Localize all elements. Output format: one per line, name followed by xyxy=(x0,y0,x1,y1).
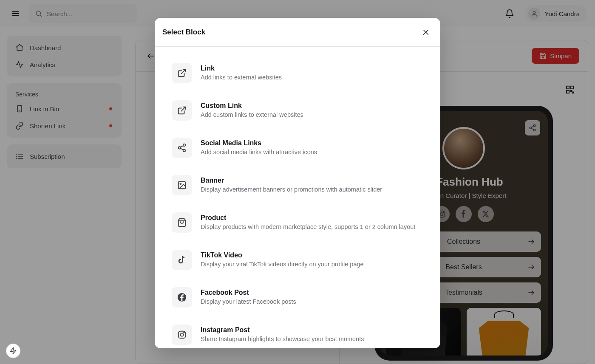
block-option-desc: Display products with modern marketplace… xyxy=(201,223,415,231)
external-link-icon xyxy=(177,106,187,115)
block-option-tiktok[interactable]: TikTok VideoDisplay your viral TikTok vi… xyxy=(172,241,432,279)
block-option-social-media[interactable]: Social Media LinksAdd social media links… xyxy=(172,129,432,166)
block-option-custom-link[interactable]: Custom LinkAdd custom links to external … xyxy=(172,92,432,129)
quick-action-button[interactable] xyxy=(6,344,20,358)
external-link-icon xyxy=(177,68,187,78)
svg-line-33 xyxy=(181,70,185,74)
block-option-instagram[interactable]: Instagram PostShare Instagram highlights… xyxy=(172,316,432,348)
block-option-product[interactable]: ProductDisplay products with modern mark… xyxy=(172,204,432,241)
svg-point-41 xyxy=(180,183,181,184)
block-option-desc: Add social media links with attractive i… xyxy=(201,148,317,157)
block-option-title: Link xyxy=(201,65,282,72)
block-option-desc: Add links to external websites xyxy=(201,73,282,82)
block-option-desc: Display advertisement banners or promoti… xyxy=(201,186,382,194)
block-option-desc: Share Instagram highlights to showcase y… xyxy=(201,335,364,344)
svg-line-39 xyxy=(181,148,183,150)
share-icon xyxy=(177,143,187,152)
facebook-icon xyxy=(177,293,187,302)
close-icon xyxy=(422,28,430,36)
image-icon xyxy=(177,181,187,190)
block-option-facebook[interactable]: Facebook PostDisplay your latest Faceboo… xyxy=(172,279,432,316)
select-block-modal: Select Block LinkAdd links to external w… xyxy=(155,18,440,348)
block-option-desc: Add custom links to external websites xyxy=(201,111,303,119)
svg-line-38 xyxy=(181,146,183,147)
modal-title: Select Block xyxy=(162,28,205,37)
svg-marker-47 xyxy=(10,348,16,354)
tiktok-icon xyxy=(177,255,187,265)
modal-close-button[interactable] xyxy=(419,25,433,39)
bolt-icon xyxy=(9,347,17,355)
block-option-banner[interactable]: BannerDisplay advertisement banners or p… xyxy=(172,166,432,204)
block-option-title: Facebook Post xyxy=(201,289,296,296)
block-option-desc: Display your viral TikTok videos directl… xyxy=(201,260,364,269)
shopping-bag-icon xyxy=(177,218,187,227)
block-option-title: Social Media Links xyxy=(201,139,317,147)
block-option-link[interactable]: LinkAdd links to external websites xyxy=(172,54,432,92)
block-option-title: TikTok Video xyxy=(201,251,364,259)
instagram-icon xyxy=(177,330,187,339)
block-option-desc: Display your latest Facebook posts xyxy=(201,298,296,306)
svg-point-46 xyxy=(184,332,184,333)
block-option-title: Product xyxy=(201,214,415,222)
block-option-title: Instagram Post xyxy=(201,326,364,334)
svg-point-45 xyxy=(180,333,183,336)
block-option-title: Custom Link xyxy=(201,102,303,110)
block-option-title: Banner xyxy=(201,177,382,184)
svg-line-34 xyxy=(181,107,185,111)
